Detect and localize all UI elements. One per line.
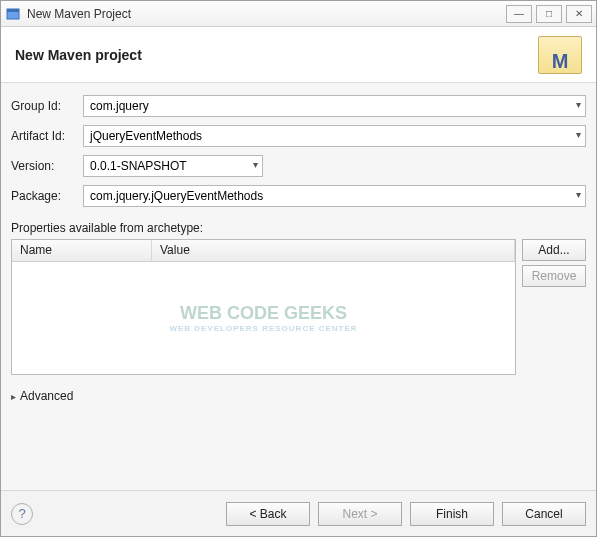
wizard-banner: New Maven project M	[1, 27, 596, 83]
finish-button[interactable]: Finish	[410, 502, 494, 526]
title-bar: New Maven Project — □ ✕	[1, 1, 596, 27]
cancel-button[interactable]: Cancel	[502, 502, 586, 526]
artifact-id-input[interactable]: jQueryEventMethods ▾	[83, 125, 586, 147]
properties-table[interactable]: Name Value WEB CODE GEEKS WEB DEVELOPERS…	[11, 239, 516, 375]
close-button[interactable]: ✕	[566, 5, 592, 23]
help-button[interactable]: ?	[11, 503, 33, 525]
chevron-down-icon: ▾	[576, 189, 581, 200]
chevron-right-icon: ▸	[11, 391, 16, 402]
minimize-button[interactable]: —	[506, 5, 532, 23]
maven-logo-icon: M	[538, 36, 582, 74]
artifact-id-label: Artifact Id:	[11, 129, 83, 143]
add-button[interactable]: Add...	[522, 239, 586, 261]
package-input[interactable]: com.jquery.jQueryEventMethods ▾	[83, 185, 586, 207]
column-header-value[interactable]: Value	[152, 240, 515, 261]
back-button[interactable]: < Back	[226, 502, 310, 526]
version-input[interactable]: 0.0.1-SNAPSHOT ▾	[83, 155, 263, 177]
group-id-input[interactable]: com.jquery ▾	[83, 95, 586, 117]
next-button: Next >	[318, 502, 402, 526]
chevron-down-icon: ▾	[253, 159, 258, 170]
column-header-name[interactable]: Name	[12, 240, 152, 261]
window-icon	[5, 6, 21, 22]
button-bar: ? < Back Next > Finish Cancel	[1, 490, 596, 536]
maximize-button[interactable]: □	[536, 5, 562, 23]
version-label: Version:	[11, 159, 83, 173]
properties-table-body: WEB CODE GEEKS WEB DEVELOPERS RESOURCE C…	[12, 262, 515, 374]
watermark: WEB CODE GEEKS WEB DEVELOPERS RESOURCE C…	[169, 303, 357, 333]
form-area: Group Id: com.jquery ▾ Artifact Id: jQue…	[1, 83, 596, 490]
package-label: Package:	[11, 189, 83, 203]
svg-rect-1	[7, 9, 19, 12]
chevron-down-icon: ▾	[576, 129, 581, 140]
page-title: New Maven project	[15, 47, 538, 63]
advanced-toggle[interactable]: ▸ Advanced	[11, 389, 586, 403]
remove-button: Remove	[522, 265, 586, 287]
window-title: New Maven Project	[27, 7, 506, 21]
group-id-label: Group Id:	[11, 99, 83, 113]
advanced-label: Advanced	[20, 389, 73, 403]
chevron-down-icon: ▾	[576, 99, 581, 110]
properties-section-label: Properties available from archetype:	[11, 221, 586, 235]
